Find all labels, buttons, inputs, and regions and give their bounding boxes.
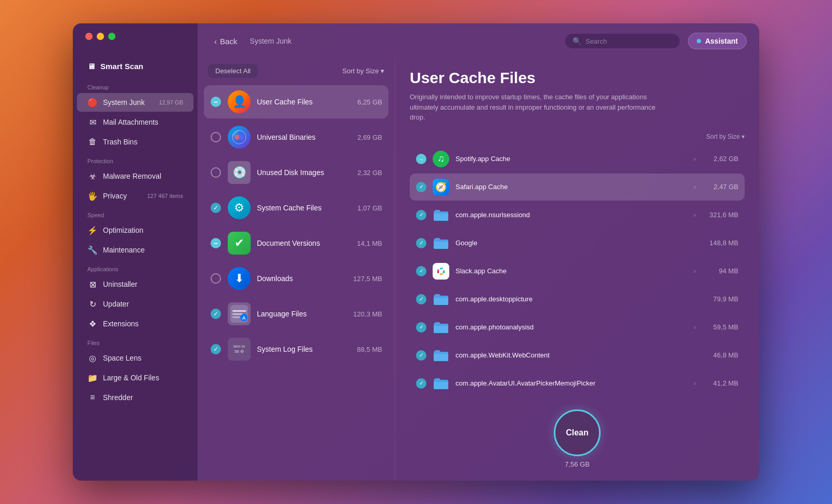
- slack-icon: [433, 263, 449, 280]
- system-junk-badge: 12,97 GB: [159, 99, 183, 105]
- list-item[interactable]: Universal Binaries 2,69 GB: [204, 121, 388, 154]
- checkbox-empty-icon: [211, 273, 221, 284]
- detail-item[interactable]: ✓: [410, 258, 745, 285]
- detail-item[interactable]: ✓ com.apple.photoanalysisd › 59,5 MB: [410, 314, 745, 341]
- item-name: Safari.app Cache: [456, 183, 687, 191]
- section-label-protection: Protection: [73, 152, 198, 166]
- sys-cache-icon: ⚙: [228, 196, 251, 219]
- detail-item[interactable]: ✓ com.apple.nsurlsessiond › 321,6 MB: [410, 202, 745, 229]
- folder-icon: [433, 235, 449, 251]
- check-area: [210, 273, 222, 284]
- sidebar-item-label-uninstaller: Uninstaller: [103, 280, 183, 288]
- item-size: 79,9 MB: [702, 295, 738, 303]
- detail-item[interactable]: ✓ com.apple.AvatarUI.AvatarPickerMemojiP…: [410, 370, 745, 397]
- item-size: 127,5 MB: [353, 275, 382, 283]
- check-area: ✓: [210, 202, 222, 214]
- detail-item[interactable]: ✓ com.apple.desktoppicture 79,9 MB: [410, 286, 745, 313]
- item-name: System Log Files: [257, 345, 351, 353]
- item-size: 2,62 GB: [702, 155, 738, 163]
- item-size: 2,47 GB: [702, 183, 738, 191]
- list-item[interactable]: ⬇ Downloads 127,5 MB: [204, 262, 388, 295]
- list-item[interactable]: ✓ A Language Files: [204, 297, 388, 330]
- detail-panel: User Cache Files Originally intended to …: [395, 59, 759, 481]
- sidebar-item-malware-removal[interactable]: ☣ Malware Removal: [77, 167, 193, 185]
- sidebar-item-label-mail-attachments: Mail Attachments: [103, 118, 183, 126]
- checkbox-empty-icon: [211, 132, 221, 142]
- sidebar-item-mail-attachments[interactable]: ✉ Mail Attachments: [77, 113, 193, 131]
- section-label-applications: Applications: [73, 260, 198, 274]
- sidebar-item-privacy[interactable]: 🖐 Privacy 127 467 items: [77, 187, 193, 205]
- sidebar-item-label-system-junk: System Junk: [103, 98, 154, 107]
- minimize-button[interactable]: [97, 33, 104, 40]
- space-lens-icon: ◎: [87, 353, 98, 363]
- list-item[interactable]: ✓ tem lo56 ⚙ System Log Files 88,5 MB: [204, 333, 388, 366]
- content-split: Deselect All Sort by Size ▾ – 👤 User Cac…: [198, 59, 759, 481]
- detail-item[interactable]: ✓ com.apple.WebKit.WebContent 46,8 MB: [410, 342, 745, 369]
- item-size: 41,2 MB: [702, 379, 738, 387]
- item-size: 148,8 MB: [702, 239, 738, 247]
- check-area: [210, 167, 222, 178]
- sidebar-item-large-old-files[interactable]: 📁 Large & Old Files: [77, 368, 193, 387]
- lang-files-icon: A: [228, 302, 251, 325]
- chevron-right-icon: ›: [694, 324, 696, 331]
- close-button[interactable]: [85, 33, 93, 40]
- section-label-cleanup: Cleanup: [73, 78, 198, 92]
- back-button[interactable]: ‹ Back: [210, 35, 241, 48]
- sidebar-item-label-space-lens: Space Lens: [103, 354, 183, 362]
- sidebar-item-space-lens[interactable]: ◎ Space Lens: [77, 349, 193, 367]
- sidebar-item-trash-bins[interactable]: 🗑 Trash Bins: [77, 132, 193, 151]
- main-window: 🖥 Smart Scan Cleanup 🔴 System Junk 12,97…: [73, 23, 759, 481]
- clean-total: 7,56 GB: [565, 460, 590, 468]
- item-name: com.apple.WebKit.WebContent: [456, 351, 696, 359]
- sidebar-item-label-extensions: Extensions: [103, 320, 183, 328]
- sidebar-item-label-privacy: Privacy: [103, 192, 142, 200]
- chevron-right-icon: ›: [694, 183, 696, 191]
- sidebar-item-shredder[interactable]: ≡ Shredder: [77, 388, 193, 407]
- checkbox-empty-icon: [211, 167, 221, 178]
- search-input[interactable]: [586, 37, 669, 45]
- list-item[interactable]: 💿 Unused Disk Images 2,32 GB: [204, 156, 388, 189]
- item-name: com.apple.desktoppicture: [456, 295, 696, 303]
- detail-item[interactable]: ✓ 🧭 Safari.app Cache › 2,47 GB: [410, 174, 745, 201]
- list-item[interactable]: – 👤 User Cache Files 6,25 GB: [204, 85, 388, 118]
- detail-item[interactable]: – ♫ Spotify.app Cache › 2,62 GB: [410, 145, 745, 173]
- item-name: Downloads: [257, 274, 347, 283]
- sidebar-item-maintenance[interactable]: 🔧 Maintenance: [77, 241, 193, 259]
- search-icon: 🔍: [573, 37, 581, 45]
- sidebar-item-smart-scan[interactable]: 🖥 Smart Scan: [77, 57, 193, 76]
- checkbox-full-icon: ✓: [416, 294, 426, 304]
- svg-rect-6: [232, 316, 240, 318]
- svg-text:A: A: [242, 315, 246, 321]
- smart-scan-icon: 🖥: [87, 62, 95, 71]
- system-junk-icon: 🔴: [87, 97, 98, 108]
- spotify-icon: ♫: [433, 151, 449, 167]
- assistant-button[interactable]: Assistant: [688, 33, 747, 49]
- sidebar-item-system-junk[interactable]: 🔴 System Junk 12,97 GB: [77, 93, 193, 112]
- list-item[interactable]: ✓ ⚙ System Cache Files 1,07 GB: [204, 191, 388, 224]
- clean-button[interactable]: Clean: [554, 409, 601, 456]
- checkbox-full-icon: ✓: [211, 309, 221, 319]
- sort-by-size-detail-button[interactable]: Sort by Size ▾: [410, 133, 745, 140]
- folder-icon: [433, 319, 449, 336]
- sidebar-item-uninstaller[interactable]: ⊠ Uninstaller: [77, 275, 193, 294]
- fullscreen-button[interactable]: [108, 33, 115, 40]
- list-item[interactable]: – ✔ Document Versions 14,1 MB: [204, 227, 388, 260]
- checkbox-full-icon: ✓: [416, 322, 426, 333]
- sort-by-size-button[interactable]: Sort by Size ▾: [342, 67, 384, 75]
- deselect-all-button[interactable]: Deselect All: [208, 64, 258, 78]
- updater-icon: ↻: [87, 299, 98, 309]
- sidebar-item-optimization[interactable]: ⚡ Optimization: [77, 221, 193, 240]
- sidebar-item-extensions[interactable]: ❖ Extensions: [77, 314, 193, 333]
- chevron-right-icon: ›: [694, 380, 696, 387]
- sidebar-item-updater[interactable]: ↻ Updater: [77, 295, 193, 313]
- item-name: Slack.app Cache: [456, 267, 687, 275]
- item-name: Document Versions: [257, 239, 351, 247]
- chevron-right-icon: ›: [694, 155, 696, 163]
- item-size: 88,5 MB: [357, 346, 382, 353]
- checkbox-full-icon: ✓: [416, 238, 426, 248]
- clean-area: Clean 7,56 GB: [554, 409, 601, 468]
- detail-item[interactable]: ✓ Google 148,8 MB: [410, 230, 745, 257]
- main-content: ‹ Back System Junk 🔍 Assistant Deselect …: [198, 23, 759, 481]
- checkbox-full-icon: ✓: [416, 210, 426, 220]
- svg-point-2: [239, 135, 244, 140]
